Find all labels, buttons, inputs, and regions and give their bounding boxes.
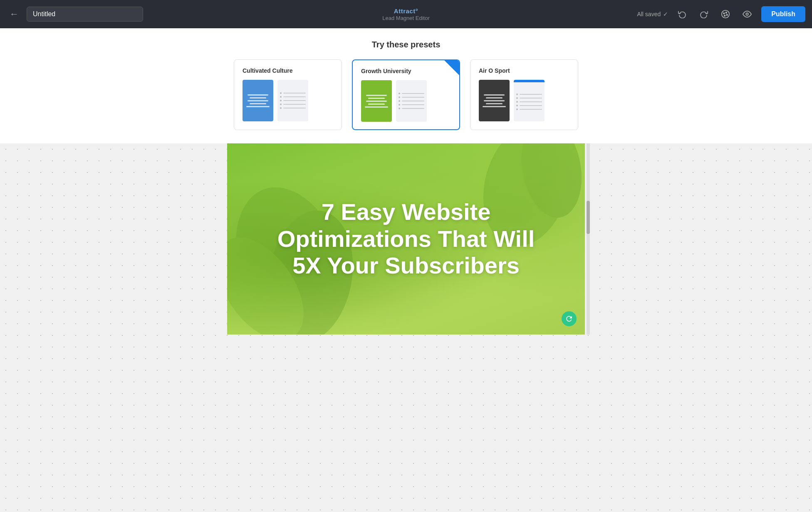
scrollbar-thumb[interactable] <box>587 201 590 234</box>
redo-button[interactable] <box>696 7 711 22</box>
mini-list <box>277 80 308 121</box>
palette-button[interactable] <box>718 7 733 22</box>
mini-list-dot <box>280 103 282 105</box>
mini-list-dot <box>280 92 282 94</box>
topbar-right: All saved ✓ Publish <box>637 6 805 22</box>
mini-list-line <box>520 109 542 110</box>
mini-list-dot <box>280 96 282 98</box>
preset-card-air-o-sport[interactable]: Air O Sport <box>470 59 578 130</box>
doc-line <box>484 94 505 96</box>
mini-list-dot <box>399 93 400 94</box>
back-button[interactable]: ← <box>7 7 22 22</box>
doc-line <box>246 106 270 107</box>
doc-line <box>250 103 266 104</box>
mini-list-row <box>399 104 424 106</box>
topbar: ← Attract° Lead Magnet Editor All saved … <box>0 0 812 28</box>
saved-check-icon: ✓ <box>663 11 668 17</box>
preset-card-preview <box>243 80 333 121</box>
doc-line <box>248 94 268 96</box>
lead-magnet-preview[interactable]: 7 Easy Website Optimizations That Will 5… <box>227 143 585 335</box>
svg-point-1 <box>723 13 725 14</box>
mini-list-row <box>516 108 542 110</box>
undo-button[interactable] <box>675 7 690 22</box>
mini-doc-green <box>361 80 392 122</box>
preset-card-cultivated-culture[interactable]: Cultivated Culture <box>234 59 342 130</box>
preset-card-title: Air O Sport <box>479 67 569 74</box>
mini-list-dot <box>516 101 518 103</box>
svg-point-0 <box>722 10 729 18</box>
doc-line <box>250 97 266 98</box>
mini-list-dot <box>516 97 518 99</box>
mini-list-line <box>283 100 306 101</box>
topbar-left: ← <box>7 7 632 22</box>
mini-list-line <box>283 104 306 105</box>
mini-list-line <box>402 101 424 101</box>
presets-section: Try these presets Cultivated Culture <box>0 28 812 143</box>
mini-list-row <box>399 100 424 102</box>
doc-line <box>486 103 503 104</box>
preset-card-title: Growth University <box>361 68 451 74</box>
doc-line <box>366 95 387 96</box>
doc-line <box>368 98 385 99</box>
mini-list-row <box>280 92 306 94</box>
doc-line <box>366 101 387 102</box>
lead-magnet-title: 7 Easy Website Optimizations That Will 5… <box>260 199 552 279</box>
saved-status: All saved ✓ <box>637 11 668 17</box>
mini-list-row <box>280 100 306 101</box>
svg-point-3 <box>727 14 728 15</box>
mini-list-dot <box>399 100 400 102</box>
preset-card-title: Cultivated Culture <box>243 67 333 74</box>
mini-list-line <box>402 104 424 105</box>
svg-point-2 <box>726 12 727 13</box>
mini-list-dot <box>280 107 282 109</box>
scrollbar-track[interactable] <box>587 143 590 335</box>
mini-list <box>396 80 427 122</box>
svg-point-5 <box>746 13 748 15</box>
preview-button[interactable] <box>740 7 755 22</box>
mini-list-row <box>280 103 306 105</box>
mini-list-row <box>399 108 424 109</box>
preset-card-preview <box>479 80 569 121</box>
topbar-center: Attract° Lead Magnet Editor <box>382 7 429 21</box>
mini-list-line <box>402 93 424 94</box>
mini-list-line <box>283 93 306 94</box>
mini-list-line <box>520 94 542 95</box>
doc-line <box>368 103 385 105</box>
mini-list-dot <box>516 94 518 95</box>
mini-list-line <box>283 108 306 108</box>
title-input[interactable] <box>27 7 143 22</box>
app-name: Attract° <box>394 7 418 15</box>
mini-list-line <box>520 101 542 102</box>
mini-list-line <box>283 96 306 97</box>
mini-list-line <box>520 98 542 98</box>
mini-list-row <box>516 105 542 106</box>
mini-list-dot <box>399 108 400 109</box>
mini-list-line <box>402 108 424 109</box>
publish-button[interactable]: Publish <box>761 6 805 22</box>
mini-list-row <box>399 96 424 98</box>
preset-card-preview <box>361 80 451 122</box>
doc-line <box>484 100 505 101</box>
lead-magnet-text: 7 Easy Website Optimizations That Will 5… <box>227 199 585 279</box>
app-sublabel: Lead Magnet Editor <box>382 15 429 21</box>
mini-list-row <box>516 101 542 103</box>
mini-doc-blue <box>243 80 273 121</box>
mini-list <box>514 80 545 121</box>
mini-doc-dark <box>479 80 510 121</box>
main-content: Try these presets Cultivated Culture <box>0 28 812 512</box>
doc-line <box>486 97 503 98</box>
doc-line <box>248 100 268 101</box>
mini-list-row <box>280 107 306 109</box>
refresh-icon <box>565 315 573 323</box>
mini-list-dot <box>399 104 400 106</box>
editor-canvas-wrapper: 7 Easy Website Optimizations That Will 5… <box>227 143 585 335</box>
mini-list-line <box>402 97 424 98</box>
doc-line <box>483 106 506 107</box>
mini-list-dot <box>516 108 518 110</box>
mini-list-row <box>399 93 424 94</box>
preset-card-growth-university[interactable]: Growth University <box>352 59 460 130</box>
presets-title: Try these presets <box>17 40 795 49</box>
mini-list-row <box>516 94 542 95</box>
doc-line <box>365 106 388 108</box>
presets-row: Cultivated Culture <box>17 59 795 130</box>
